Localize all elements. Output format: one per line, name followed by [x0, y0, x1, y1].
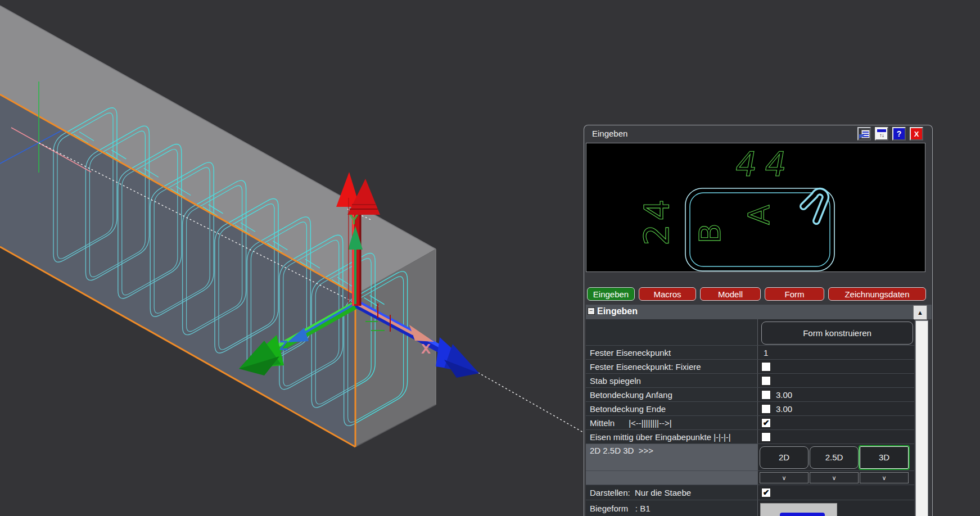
- table-row: Betondeckung Ende 3.00: [586, 402, 914, 416]
- preview-dimensions: 44 12 24 B A: [637, 143, 925, 246]
- bending-shape-thumbnail: [780, 513, 825, 516]
- section-title: Eingeben: [597, 306, 638, 316]
- table-row: Mitteln |<--||||||||-->| ✔: [586, 416, 914, 430]
- fester-value[interactable]: 1: [764, 348, 768, 357]
- tab-bar: Eingeben Macros Modell Form Zeichnungsda…: [587, 287, 926, 301]
- help-icon[interactable]: ?: [892, 127, 906, 141]
- close-icon[interactable]: X: [910, 127, 923, 141]
- table-row: Form konstruieren: [586, 319, 914, 346]
- dim-2-5d-dropdown[interactable]: ∨: [810, 472, 859, 483]
- biegeform-image-button[interactable]: [760, 503, 837, 516]
- dim-2d-button[interactable]: 2D: [760, 446, 809, 469]
- tab-macros[interactable]: Macros: [639, 287, 696, 301]
- rollup-icon[interactable]: ↑↓: [875, 127, 888, 141]
- dim-top: 44: [732, 144, 798, 183]
- form-konstruieren-button[interactable]: Form konstruieren: [761, 322, 913, 345]
- anfang-value[interactable]: 3.00: [776, 390, 792, 400]
- table-row: Biegeform : B1: [586, 500, 914, 516]
- bending-shape-preview[interactable]: 44 12 24 B A: [586, 143, 925, 272]
- dim-3d-button[interactable]: 3D: [860, 446, 909, 469]
- property-table: Form konstruieren Fester Eiseneckpunkt 1…: [586, 319, 914, 516]
- mittig-checkbox[interactable]: [761, 432, 771, 442]
- eingeben-dialog: Eingeben ↑↓ ? X: [584, 125, 933, 516]
- dim-2-5d-button[interactable]: 2.5D: [810, 446, 859, 469]
- dim-2d-dropdown[interactable]: ∨: [760, 472, 809, 483]
- section-header: − Eingeben ▲: [586, 305, 932, 319]
- app-root: { "viewport": { "axis_labels": { "x": "X…: [0, 0, 980, 516]
- tab-form[interactable]: Form: [765, 287, 824, 301]
- axis-label-y: Y: [350, 212, 358, 227]
- dialog-titlebar[interactable]: Eingeben ↑↓ ? X: [584, 125, 932, 142]
- table-row: Stab spiegeln: [586, 374, 914, 388]
- ende-value[interactable]: 3.00: [776, 404, 792, 414]
- table-row: Fester Eiseneckpunkt 1: [586, 346, 914, 360]
- point-label-b: B: [693, 223, 727, 243]
- scrollbar[interactable]: [915, 320, 928, 516]
- axis-label-x: X: [422, 342, 430, 356]
- point-label-a: A: [742, 205, 776, 225]
- table-row: 2D 2.5D 3D >>> 2D 2.5D 3D: [586, 444, 914, 471]
- dialog-title: Eingeben: [592, 129, 627, 138]
- table-row: ∨ ∨ ∨: [586, 471, 914, 485]
- dim-left: 24: [637, 196, 676, 246]
- collapse-icon[interactable]: −: [588, 307, 595, 315]
- scroll-up-button[interactable]: ▲: [913, 305, 927, 320]
- dialog-mode-icon[interactable]: [857, 127, 871, 141]
- tab-eingeben[interactable]: Eingeben: [587, 287, 635, 301]
- spiegeln-checkbox[interactable]: [761, 376, 771, 386]
- table-row: Fester Eiseneckpunkt: Fixiere: [586, 360, 914, 374]
- ende-checkbox[interactable]: [761, 404, 771, 414]
- darstellen-checkbox[interactable]: ✔: [761, 488, 771, 497]
- tab-modell[interactable]: Modell: [700, 287, 761, 301]
- table-row: Betondeckung Anfang 3.00: [586, 388, 914, 402]
- tab-zeichnungsdaten[interactable]: Zeichnungsdaten: [828, 287, 926, 301]
- mitteln-checkbox[interactable]: ✔: [761, 418, 771, 428]
- axis-label-z: Z: [280, 338, 287, 352]
- dim-3d-dropdown[interactable]: ∨: [860, 472, 909, 483]
- table-row: Eisen mittig über Eingabepunkte |-|-|-|: [586, 430, 914, 444]
- fixiere-checkbox[interactable]: [761, 362, 771, 372]
- table-row: Darstellen: Nur die Staebe ✔: [586, 485, 914, 500]
- anfang-checkbox[interactable]: [761, 390, 771, 400]
